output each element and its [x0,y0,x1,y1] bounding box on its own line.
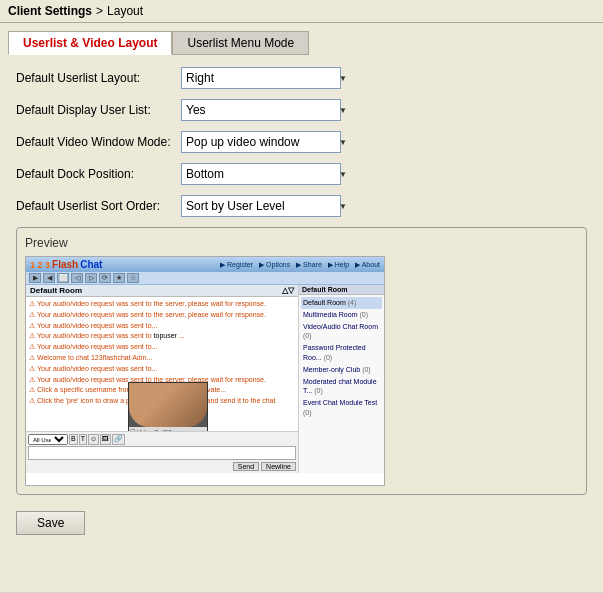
fc-room-controls: △▽ [282,286,294,295]
fc-input-area: All Users B T ☺ 🖼 🔗 Send Newline [26,431,298,473]
preview-label: Preview [25,236,578,250]
fc-room-name: Default Room [30,286,82,295]
fc-msg-4: ⚠Your audio/video request was sent totop… [29,331,295,341]
label-dock-position: Default Dock Position: [16,167,181,181]
fc-room-item-0[interactable]: Default Room (4) [301,297,382,309]
fc-msg-1: ⚠Your audio/video request was sent to th… [29,299,295,309]
fc-input-box[interactable] [28,446,296,460]
label-video-window-mode: Default Video Window Mode: [16,135,181,149]
fc-room-item-6[interactable]: Event Chat Module Test (0) [301,397,382,419]
fc-logo: 1 2 3 Flash Chat [30,259,102,270]
title-bar: Client Settings > Layout [0,0,603,23]
layout-label: Layout [107,4,143,18]
fc-header: 1 2 3 Flash Chat ▶ Register ▶ Options ▶ … [26,257,384,272]
fc-toolbar: ▶ ◀ ⬜ ◁ ▷ ⟳ ★ ☆ [26,272,384,285]
fc-body: Default Room △▽ ⚠Your audio/video reques… [26,285,384,473]
fc-nav-help: ▶ Help [328,261,349,269]
fc-video-controls: ☐Video On/Off ☐Video Effects ☐Audio On/O… [129,427,207,431]
fc-video-overlay: ☐Video On/Off ☐Video Effects ☐Audio On/O… [128,382,208,431]
save-button[interactable]: Save [16,511,85,535]
fc-icon-8[interactable]: ☆ [127,273,139,283]
fc-newline-btn[interactable]: Newline [261,462,296,471]
select-wrapper-dock-position: Bottom Top Left Right [181,163,351,185]
fc-nav-options: ▶ Options [259,261,290,269]
fc-userlist-header: Default Room [299,285,384,295]
fc-nav-share: ▶ Share [296,261,322,269]
fc-msg-5: ⚠Your audio/video request was sent to... [29,342,295,352]
fc-emoji-btn[interactable]: ☺ [88,434,99,445]
fc-icon-3[interactable]: ⬜ [57,273,69,283]
fc-msg-7: ⚠Your audio/video request was sent to... [29,364,295,374]
select-wrapper-sort-order: Sort by User Level Sort by Name Sort by … [181,195,351,217]
preview-box: Preview 1 2 3 Flash Chat ▶ Register ▶ Op… [16,227,587,495]
row-video-window-mode: Default Video Window Mode: Pop up video … [8,131,595,153]
fc-icon-1[interactable]: ▶ [29,273,41,283]
fc-msg-3: ⚠Your audio/video request was sent to... [29,321,295,331]
fc-link-btn[interactable]: 🔗 [112,434,125,445]
label-userlist-layout: Default Userlist Layout: [16,71,181,85]
fc-messages: ⚠Your audio/video request was sent to th… [26,297,298,431]
fc-input-toolbar: All Users B T ☺ 🖼 🔗 [28,434,296,445]
main-content: Userlist & Video Layout Userlist Menu Mo… [0,23,603,592]
fc-icon-6[interactable]: ⟳ [99,273,111,283]
fc-room-item-4[interactable]: Member-only Club (0) [301,364,382,376]
fc-icon-2[interactable]: ◀ [43,273,55,283]
fc-btns: Send Newline [28,462,296,471]
fc-icon-5[interactable]: ▷ [85,273,97,283]
fc-bold-btn[interactable]: B [69,434,78,445]
select-wrapper-userlist-layout: Right Left Hidden [181,67,351,89]
client-settings-label: Client Settings [8,4,92,18]
select-video-window-mode[interactable]: Pop up video window Embedded video windo… [181,131,341,153]
fc-nav-register: ▶ Register [220,261,253,269]
fc-room-list: Default Room (4) Multimedia Room (0) Vid… [299,295,384,473]
fc-userlist: Default Room Default Room (4) Multimedia… [299,285,384,473]
fc-flash-text: Flash [52,259,78,270]
fc-icon-4[interactable]: ◁ [71,273,83,283]
select-dock-position[interactable]: Bottom Top Left Right [181,163,341,185]
row-dock-position: Default Dock Position: Bottom Top Left R… [8,163,595,185]
select-wrapper-video-window-mode: Pop up video window Embedded video windo… [181,131,351,153]
fc-room-item-5[interactable]: Moderated chat Module T... (0) [301,376,382,398]
fc-chat-text: Chat [80,259,102,270]
fc-italic-btn[interactable]: T [79,434,87,445]
label-sort-order: Default Userlist Sort Order: [16,199,181,213]
fc-room-item-2[interactable]: Video/Audio Chat Room (0) [301,321,382,343]
fc-room-item-3[interactable]: Password Protected Roo... (0) [301,342,382,364]
fc-user-select[interactable]: All Users [28,434,68,445]
fc-send-btn[interactable]: Send [233,462,259,471]
row-userlist-layout: Default Userlist Layout: Right Left Hidd… [8,67,595,89]
select-display-user-list[interactable]: Yes No [181,99,341,121]
fc-icon-7[interactable]: ★ [113,273,125,283]
row-display-user-list: Default Display User List: Yes No [8,99,595,121]
tab-bar: Userlist & Video Layout Userlist Menu Mo… [8,31,595,55]
preview-inner: 1 2 3 Flash Chat ▶ Register ▶ Options ▶ … [25,256,385,486]
label-display-user-list: Default Display User List: [16,103,181,117]
fc-nav: ▶ Register ▶ Options ▶ Share ▶ Help ▶ Ab… [220,261,380,269]
fc-chat-area: Default Room △▽ ⚠Your audio/video reques… [26,285,299,473]
fc-video-face [129,383,207,427]
tab-userlist-video[interactable]: Userlist & Video Layout [8,31,172,55]
breadcrumb-separator: > [96,4,103,18]
row-sort-order: Default Userlist Sort Order: Sort by Use… [8,195,595,217]
fc-img-btn[interactable]: 🖼 [100,434,111,445]
select-sort-order[interactable]: Sort by User Level Sort by Name Sort by … [181,195,341,217]
select-userlist-layout[interactable]: Right Left Hidden [181,67,341,89]
select-wrapper-display-user-list: Yes No [181,99,351,121]
fc-room-item-1[interactable]: Multimedia Room (0) [301,309,382,321]
fc-msg-6: ⚠Welcome to chat 123flashchat Adm... [29,353,295,363]
fc-msg-2: ⚠Your audio/video request was sent to th… [29,310,295,320]
fc-room-header: Default Room △▽ [26,285,298,297]
fc-nav-about: ▶ About [355,261,380,269]
tab-userlist-menu[interactable]: Userlist Menu Mode [172,31,309,55]
